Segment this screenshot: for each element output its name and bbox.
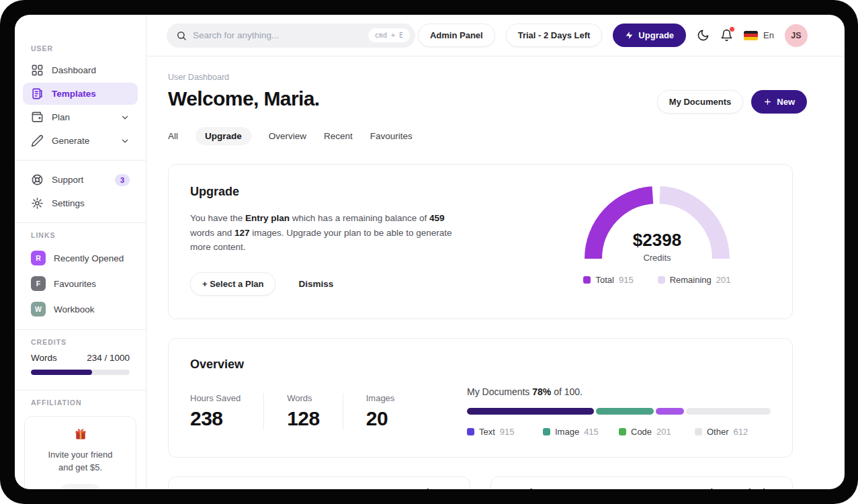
lifebuoy-icon	[31, 173, 44, 186]
wallet-icon	[31, 111, 44, 124]
upgrade-card-title: Upgrade	[190, 185, 466, 199]
main-column: cmd + E Admin Panel Trial - 2 Days Left …	[146, 15, 845, 489]
chevron-down-icon	[447, 488, 456, 489]
sidebar-divider	[15, 160, 146, 161]
new-button[interactable]: New	[751, 90, 807, 114]
my-documents-button[interactable]: My Documents	[657, 90, 743, 114]
legend-swatch	[619, 428, 626, 435]
stat-images: Images 20	[343, 393, 418, 430]
sidebar-item-generate[interactable]: Generate	[23, 130, 138, 152]
legend-item-remaining: Remaining 201	[658, 275, 731, 285]
credits-progress-fill	[31, 370, 92, 375]
legend-swatch	[695, 428, 702, 435]
plus-icon	[763, 97, 772, 106]
stat-words: Words 128	[263, 393, 343, 430]
tab-favourites[interactable]: Favourites	[370, 127, 413, 145]
device-frame: USER Dashboard Templates Plan Generate S…	[0, 0, 858, 504]
page-content: User Dashboard Welcome, Maria. My Docume…	[146, 56, 845, 489]
gift-icon	[74, 427, 87, 441]
documents-card-title: Documents	[182, 487, 235, 489]
sidebar-item-label: Generate	[52, 136, 112, 146]
sidebar-section-links: LINKS	[31, 231, 138, 239]
sidebar-item-plan[interactable]: Plan	[23, 106, 138, 128]
chevron-down-icon	[120, 136, 130, 146]
sidebar-item-label: Plan	[52, 112, 112, 122]
credits-row: Words 234 / 1000	[31, 353, 130, 363]
gauge-center-text: $2398 Credits	[583, 185, 732, 264]
gear-icon	[31, 197, 44, 210]
legend-swatch	[467, 428, 474, 435]
user-avatar[interactable]: JS	[785, 24, 808, 47]
moon-icon	[697, 29, 710, 42]
affiliation-text: Invite your friend and get $5.	[32, 449, 129, 474]
topbar-actions: Admin Panel Trial - 2 Days Left Upgrade …	[418, 24, 808, 47]
tab-all[interactable]: All	[168, 127, 178, 145]
sidebar-section-credits: CREDITS	[31, 338, 138, 346]
topbar: cmd + E Admin Panel Trial - 2 Days Left …	[146, 15, 845, 56]
language-selector[interactable]: En	[744, 30, 774, 40]
gauge-label: Credits	[643, 253, 671, 263]
affiliation-card: Invite your friend and get $5. Invite	[24, 416, 136, 489]
support-count-badge: 3	[115, 174, 130, 186]
sidebar-item-templates[interactable]: Templates	[23, 83, 138, 105]
documents-card-header: Documents Favourites	[169, 477, 470, 489]
sidebar-item-label: Favourites	[54, 279, 96, 289]
page-header: Welcome, Maria. My Documents New	[168, 82, 807, 114]
tab-upgrade[interactable]: Upgrade	[196, 127, 251, 145]
stacked-bar-legend: Text 915 Image 415 Code 20	[467, 427, 771, 437]
notifications-button[interactable]	[720, 29, 733, 42]
invite-button[interactable]: Invite	[60, 484, 101, 489]
select-plan-button[interactable]: + Select a Plan	[190, 272, 275, 296]
search-icon	[176, 30, 187, 41]
upgrade-card-left: Upgrade You have the Entry plan which ha…	[190, 185, 466, 296]
legend-item-other: Other 612	[695, 427, 771, 437]
templates-card-title: Templates	[505, 487, 552, 489]
header-actions: My Documents New	[657, 90, 807, 114]
overview-card: Overview Hours Saved 238 Words 128 Image…	[168, 338, 793, 458]
chevron-down-icon	[120, 113, 130, 122]
sidebar-item-label: Workbook	[54, 304, 95, 314]
sidebar-link-recently-opened[interactable]: R Recently Opened	[23, 246, 138, 270]
credits-value: 234 / 1000	[87, 353, 130, 363]
sidebar-item-settings[interactable]: Settings	[23, 192, 138, 214]
sidebar-link-favourites[interactable]: F Favourites	[23, 271, 138, 296]
upgrade-button[interactable]: Upgrade	[613, 24, 686, 47]
segment-other	[686, 408, 771, 415]
sidebar-item-label: Templates	[52, 89, 96, 99]
search-shortcut-badge: cmd + E	[368, 28, 410, 42]
tab-recent[interactable]: Recent	[324, 127, 353, 145]
search-bar[interactable]: cmd + E	[167, 24, 415, 48]
sidebar-item-dashboard[interactable]: Dashboard	[23, 59, 138, 81]
dismiss-button[interactable]: Dismiss	[298, 279, 333, 289]
dark-mode-toggle[interactable]	[697, 29, 710, 42]
breadcrumb: User Dashboard	[168, 73, 807, 82]
legend-swatch	[583, 276, 591, 284]
link-initial-badge: F	[31, 276, 46, 291]
search-input[interactable]	[193, 30, 368, 40]
overview-body: Hours Saved 238 Words 128 Images 20	[190, 386, 771, 437]
gauge-legend: Total 915 Remaining 201	[583, 275, 732, 285]
admin-panel-button[interactable]: Admin Panel	[418, 24, 495, 47]
documents-filter-dropdown[interactable]: Favourites	[395, 487, 456, 489]
tab-overview[interactable]: Overview	[269, 127, 306, 145]
legend-item-total: Total 915	[583, 275, 633, 285]
templates-card-header: Templates Recently Launched	[491, 477, 792, 489]
sidebar-divider	[15, 390, 146, 390]
sidebar-link-workbook[interactable]: W Workbook	[23, 297, 138, 321]
sidebar-divider	[15, 222, 146, 223]
sidebar-item-support[interactable]: Support 3	[23, 169, 138, 191]
upgrade-card-body: You have the Entry plan which has a rema…	[190, 211, 466, 255]
bottom-cards-row: Documents Favourites Untitled Document i…	[168, 476, 793, 489]
dashboard-grid-icon	[31, 64, 44, 77]
templates-filter-dropdown[interactable]: Recently Launched	[679, 487, 779, 489]
sidebar-section-affiliation: AFFILIATION	[31, 398, 138, 407]
documents-card: Documents Favourites Untitled Document i…	[168, 476, 470, 489]
stat-hours-saved: Hours Saved 238	[190, 393, 263, 430]
overview-card-title: Overview	[190, 358, 771, 372]
sidebar-divider	[15, 329, 146, 330]
pencil-icon	[31, 134, 44, 147]
legend-item-code: Code 201	[619, 427, 695, 437]
page-title: Welcome, Maria.	[168, 87, 320, 110]
trial-badge-button[interactable]: Trial - 2 Days Left	[506, 24, 603, 47]
segment-text	[467, 408, 594, 415]
